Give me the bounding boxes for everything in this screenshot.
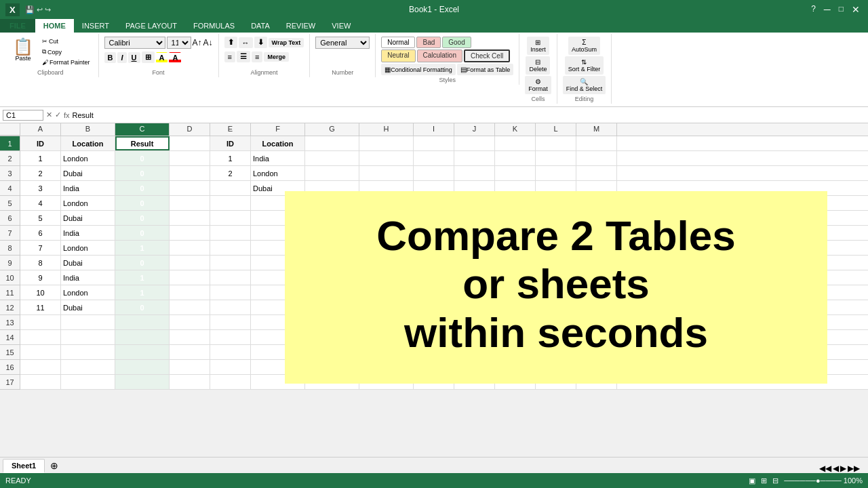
cell-e12[interactable] xyxy=(210,300,251,314)
find-select-button[interactable]: 🔍 Find & Select xyxy=(563,76,606,94)
cell-b4[interactable]: India xyxy=(61,181,115,195)
cell-d4[interactable] xyxy=(170,181,210,195)
cell-i2[interactable] xyxy=(414,151,454,165)
format-painter-button[interactable]: 🖌 Format Painter xyxy=(39,58,93,67)
tab-view[interactable]: VIEW xyxy=(323,19,359,33)
autosum-button[interactable]: Σ AutoSum xyxy=(568,37,600,55)
cell-a1[interactable]: ID xyxy=(20,136,61,150)
row-header-17[interactable]: 17 xyxy=(0,375,20,390)
cell-d6[interactable] xyxy=(170,211,210,225)
cell-c13[interactable] xyxy=(115,315,170,329)
cell-e9[interactable] xyxy=(210,256,251,270)
style-bad[interactable]: Bad xyxy=(416,37,441,48)
cell-b3[interactable]: Dubai xyxy=(61,166,115,180)
cell-e7[interactable] xyxy=(210,226,251,240)
cell-e6[interactable] xyxy=(210,211,251,225)
row-header-11[interactable]: 11 xyxy=(0,285,20,300)
row-header-7[interactable]: 7 xyxy=(0,226,20,241)
cell-a2[interactable]: 1 xyxy=(20,151,61,165)
cell-d2[interactable] xyxy=(170,151,210,165)
row-header-10[interactable]: 10 xyxy=(0,270,20,285)
name-box[interactable] xyxy=(3,110,43,121)
cell-e17[interactable] xyxy=(210,375,251,389)
col-header-f[interactable]: F xyxy=(251,123,305,136)
cell-b17[interactable] xyxy=(61,375,115,389)
cell-h2[interactable] xyxy=(359,151,414,165)
cell-k3[interactable] xyxy=(495,166,536,180)
cell-e4[interactable] xyxy=(210,181,251,195)
cell-d1[interactable] xyxy=(170,136,210,150)
col-header-d[interactable]: D xyxy=(170,123,210,136)
minimize-icon[interactable]: ─ xyxy=(821,4,833,15)
style-neutral[interactable]: Neutral xyxy=(381,49,415,62)
close-icon[interactable]: ✕ xyxy=(849,4,863,15)
add-sheet-button[interactable]: ⊕ xyxy=(45,458,64,473)
col-header-h[interactable]: H xyxy=(359,123,414,136)
align-top-button[interactable]: ⬆ xyxy=(224,37,237,48)
col-header-a[interactable]: A xyxy=(20,123,61,136)
cell-c12[interactable]: 0 xyxy=(115,300,170,314)
row-header-9[interactable]: 9 xyxy=(0,256,20,270)
cell-b11[interactable]: London xyxy=(61,285,115,300)
cell-d12[interactable] xyxy=(170,300,210,314)
align-right-button[interactable]: ≡ xyxy=(252,52,262,62)
cell-j2[interactable] xyxy=(454,151,495,165)
cell-a12[interactable]: 11 xyxy=(20,300,61,314)
tab-home[interactable]: HOME xyxy=(35,19,74,33)
row-header-12[interactable]: 12 xyxy=(0,300,20,315)
cell-a14[interactable] xyxy=(20,330,61,344)
style-calculation[interactable]: Calculation xyxy=(417,49,462,62)
cell-c5[interactable]: 0 xyxy=(115,196,170,210)
cell-e2[interactable]: 1 xyxy=(210,151,251,165)
font-name-select[interactable]: Calibri xyxy=(104,37,165,49)
col-header-g[interactable]: G xyxy=(305,123,359,136)
cell-a3[interactable]: 2 xyxy=(20,166,61,180)
format-as-table-button[interactable]: ▤ Format as Table xyxy=(457,64,513,75)
cell-c8[interactable]: 1 xyxy=(115,241,170,255)
cell-c1[interactable]: Result xyxy=(115,136,170,150)
align-left-button[interactable]: ≡ xyxy=(224,52,235,62)
normal-view-icon[interactable]: ▣ xyxy=(749,476,755,485)
restore-icon[interactable]: □ xyxy=(836,4,846,15)
cell-c17[interactable] xyxy=(115,375,170,389)
cell-i3[interactable] xyxy=(414,166,454,180)
cell-a11[interactable]: 10 xyxy=(20,285,61,300)
font-color-button[interactable]: A xyxy=(169,52,181,63)
cell-f1[interactable]: Location xyxy=(251,136,305,150)
cell-j1[interactable] xyxy=(454,136,495,150)
cell-c7[interactable]: 0 xyxy=(115,226,170,240)
copy-button[interactable]: ⧉ Copy xyxy=(39,47,93,57)
cell-c9[interactable]: 0 xyxy=(115,256,170,270)
cell-e16[interactable] xyxy=(210,360,251,374)
cell-g2[interactable] xyxy=(305,151,359,165)
cell-c14[interactable] xyxy=(115,330,170,344)
row-header-5[interactable]: 5 xyxy=(0,196,20,211)
cell-d3[interactable] xyxy=(170,166,210,180)
row-header-2[interactable]: 2 xyxy=(0,151,20,166)
row-header-15[interactable]: 15 xyxy=(0,345,20,360)
cell-e8[interactable] xyxy=(210,241,251,255)
wrap-text-button[interactable]: Wrap Text xyxy=(269,38,304,47)
zoom-slider[interactable]: ──────●──── 100% xyxy=(784,476,863,485)
merge-center-button[interactable]: Merge xyxy=(264,52,289,62)
col-header-j[interactable]: J xyxy=(454,123,495,136)
cell-d8[interactable] xyxy=(170,241,210,255)
confirm-formula-icon[interactable]: ✓ xyxy=(55,110,61,119)
col-header-c[interactable]: C xyxy=(115,123,170,136)
cell-c15[interactable] xyxy=(115,345,170,359)
tab-review[interactable]: REVIEW xyxy=(278,19,323,33)
cell-d17[interactable] xyxy=(170,375,210,389)
cell-d16[interactable] xyxy=(170,360,210,374)
tab-data[interactable]: DATA xyxy=(243,19,278,33)
row-header-8[interactable]: 8 xyxy=(0,241,20,256)
cell-b14[interactable] xyxy=(61,330,115,344)
cell-e3[interactable]: 2 xyxy=(210,166,251,180)
cell-b9[interactable]: Dubai xyxy=(61,256,115,270)
tab-insert[interactable]: INSERT xyxy=(74,19,117,33)
sheet-tab-sheet1[interactable]: Sheet1 xyxy=(3,459,45,473)
col-header-k[interactable]: K xyxy=(495,123,536,136)
col-header-m[interactable]: M xyxy=(576,123,617,136)
cell-e1[interactable]: ID xyxy=(210,136,251,150)
cell-l3[interactable] xyxy=(536,166,576,180)
col-header-b[interactable]: B xyxy=(61,123,115,136)
